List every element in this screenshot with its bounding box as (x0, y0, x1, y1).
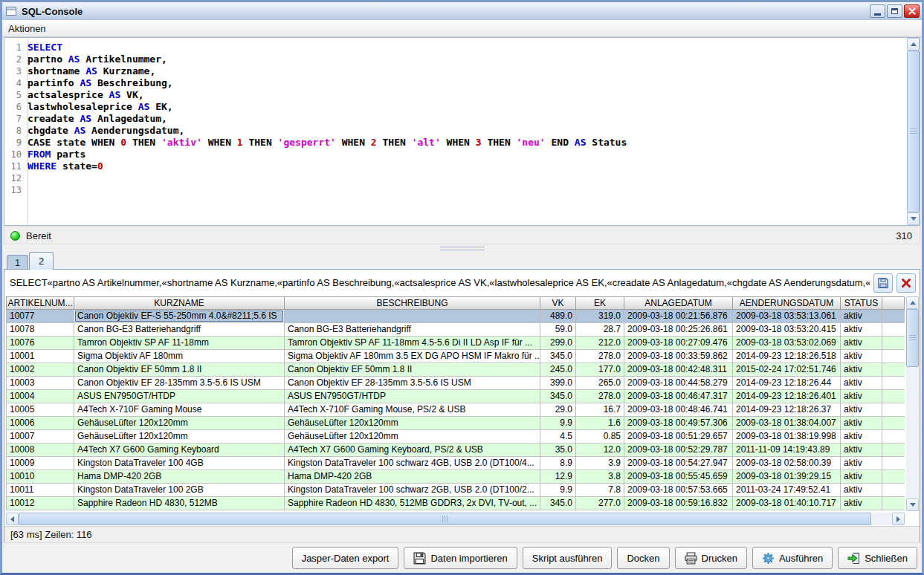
column-header[interactable]: EK (576, 296, 624, 310)
table-cell[interactable]: 2009-03-18 01:38:04.007 (733, 417, 841, 429)
table-vertical-scrollbar[interactable] (906, 296, 919, 511)
table-cell[interactable]: aktiv (841, 390, 882, 403)
scrollbar-thumb[interactable] (906, 309, 919, 367)
table-cell[interactable]: aktiv (841, 310, 882, 322)
table-cell[interactable]: 345.0 (540, 497, 576, 510)
scroll-up-button[interactable] (907, 38, 920, 51)
column-header[interactable]: KURZNAME (74, 296, 285, 310)
table-cell[interactable]: aktiv (841, 497, 882, 510)
table-cell[interactable]: 277.0 (576, 497, 624, 510)
table-cell[interactable]: 278.0 (576, 350, 624, 363)
table-cell[interactable]: 10001 (6, 350, 74, 363)
tab-1[interactable]: 1 (7, 255, 28, 270)
table-cell[interactable]: aktiv (841, 470, 882, 483)
scroll-down-button[interactable] (906, 498, 919, 511)
scrollbar-thumb[interactable] (19, 513, 871, 525)
restore-button[interactable] (887, 4, 902, 18)
table-row[interactable]: 10078Canon BG-E3 BatteriehandgriffCanon … (6, 323, 905, 337)
table-cell[interactable]: 2014-09-23 12:18:26.518 (733, 350, 841, 363)
table-cell[interactable]: A4Tech X7 G600 Gaming Keyboard (74, 444, 285, 456)
sql-editor-code[interactable]: 1SELECT2partno AS Artikelnummer,3shortna… (4, 42, 906, 225)
save-result-button[interactable] (873, 273, 893, 293)
table-cell[interactable]: 2009-03-18 03:53:20.415 (733, 323, 841, 336)
table-cell[interactable]: 2009-03-18 00:52:29.787 (624, 444, 733, 456)
table-cell[interactable]: 2009-03-18 00:33:59.862 (624, 350, 733, 363)
table-row[interactable]: 10008A4Tech X7 G600 Gaming KeyboardA4Tec… (6, 444, 905, 457)
table-cell[interactable]: 2009-03-18 00:44:58.279 (624, 377, 733, 389)
table-cell[interactable]: 399.0 (540, 377, 576, 389)
table-cell[interactable]: A4Tech X7 G600 Gaming Keyboard, PS/2 & U… (285, 444, 540, 456)
table-cell[interactable]: 10008 (6, 444, 74, 456)
table-cell[interactable]: aktiv (841, 350, 882, 363)
table-cell[interactable]: 2009-03-18 03:53:13.061 (733, 310, 841, 322)
table-cell[interactable]: 2009-03-18 00:27:09.476 (624, 337, 733, 349)
table-cell[interactable]: 2009-03-18 00:48:46.741 (624, 403, 733, 416)
table-cell[interactable]: 265.0 (576, 377, 624, 389)
table-cell[interactable]: 10007 (6, 430, 74, 443)
table-cell[interactable]: Canon Objektiv EF-S 55-250mm 4.0&#8211;5… (74, 310, 285, 322)
execute-button[interactable]: Ausführen (752, 547, 833, 569)
table-cell[interactable]: 28.7 (576, 323, 624, 336)
table-cell[interactable]: 10009 (6, 457, 74, 470)
table-cell[interactable]: 10011 (6, 484, 74, 496)
table-cell[interactable]: 2014-09-23 12:18:26.44 (733, 377, 841, 389)
table-cell[interactable]: 177.0 (576, 363, 624, 376)
table-cell[interactable]: 12.9 (540, 470, 576, 483)
table-cell[interactable]: aktiv (841, 403, 882, 416)
table-cell[interactable]: A4Tech X-710F Gaming Mouse, PS/2 & USB (285, 403, 540, 416)
table-cell[interactable]: 2009-03-18 00:42:48.311 (624, 363, 733, 376)
table-cell[interactable]: 2009-03-18 01:38:19.998 (733, 430, 841, 443)
table-cell[interactable]: aktiv (841, 457, 882, 470)
table-cell[interactable]: 10005 (6, 403, 74, 416)
table-cell[interactable]: 10010 (6, 470, 74, 483)
table-cell[interactable]: 35.0 (540, 444, 576, 456)
table-cell[interactable]: Kingston DataTraveler 100 schwarz 4GB, U… (285, 457, 540, 470)
table-cell[interactable]: 2015-02-24 17:02:51.746 (733, 363, 841, 376)
minimize-button[interactable] (870, 4, 885, 18)
table-cell[interactable]: Sigma Objektiv AF 180mm (74, 350, 285, 363)
table-cell[interactable]: Canon BG-E3 Batteriehandgriff (285, 323, 540, 336)
table-cell[interactable]: aktiv (841, 430, 882, 443)
scrollbar-thumb[interactable] (907, 51, 920, 212)
table-cell[interactable]: GehäuseLüfter 120x120mm (285, 430, 540, 443)
menu-item-aktionen[interactable]: Aktionen (2, 23, 52, 34)
jasper-export-button[interactable]: Jasper-Daten export (292, 547, 399, 569)
table-cell[interactable]: Kingston DataTraveler 100 2GB (74, 484, 285, 496)
column-header[interactable]: STATUS (841, 296, 882, 310)
table-horizontal-scrollbar[interactable] (6, 513, 905, 525)
table-cell[interactable]: 2014-09-23 12:18:26.37 (733, 403, 841, 416)
table-cell[interactable]: 2009-03-18 00:46:47.317 (624, 390, 733, 403)
column-header[interactable]: ARTIKELNUM... (6, 296, 74, 310)
table-cell[interactable]: 2011-11-09 14:19:43.89 (733, 444, 841, 456)
table-cell[interactable]: aktiv (841, 484, 882, 496)
table-cell[interactable]: 4.5 (540, 430, 576, 443)
table-cell[interactable]: 10003 (6, 377, 74, 389)
table-row[interactable]: 10077Canon Objektiv EF-S 55-250mm 4.0&#8… (6, 310, 905, 323)
table-cell[interactable]: 2009-03-18 01:39:29.15 (733, 470, 841, 483)
tab-2[interactable]: 2 (29, 252, 54, 270)
table-cell[interactable]: GehäuseLüfter 120x120mm (285, 417, 540, 429)
table-cell[interactable]: 12.0 (576, 444, 624, 456)
scroll-up-button[interactable] (906, 296, 919, 309)
column-header[interactable]: VK (540, 296, 576, 310)
table-row[interactable]: 10005A4Tech X-710F Gaming MouseA4Tech X-… (6, 403, 905, 417)
table-cell[interactable]: 2009-03-18 00:51:29.657 (624, 430, 733, 443)
table-cell[interactable]: Kingston DataTraveler 100 schwarz 2GB, U… (285, 484, 540, 496)
table-cell[interactable]: 0.85 (576, 430, 624, 443)
table-cell[interactable]: Hama DMP-420 2GB (74, 470, 285, 483)
table-cell[interactable]: 2011-03-24 17:49:52.41 (733, 484, 841, 496)
table-cell[interactable]: 10006 (6, 417, 74, 429)
table-cell[interactable]: aktiv (841, 444, 882, 456)
table-cell[interactable]: Sapphire Radeon HD 4830, 512MB (74, 497, 285, 510)
table-cell[interactable]: 245.0 (540, 363, 576, 376)
table-cell[interactable]: 3.8 (576, 470, 624, 483)
table-cell[interactable]: Sigma Objektiv AF 180mm 3.5 EX DG APO HS… (285, 350, 540, 363)
run-script-button[interactable]: Skript ausführen (523, 547, 613, 569)
table-cell[interactable]: 10004 (6, 390, 74, 403)
table-cell[interactable]: 59.0 (540, 323, 576, 336)
table-cell[interactable]: Kingston DataTraveler 100 4GB (74, 457, 285, 470)
dock-button[interactable]: Docken (617, 547, 669, 569)
table-cell[interactable]: A4Tech X-710F Gaming Mouse (74, 403, 285, 416)
table-row[interactable]: 10002Canon Objektiv EF 50mm 1.8 IICanon … (6, 363, 905, 377)
table-cell[interactable]: 2009-03-18 01:40:10.717 (733, 497, 841, 510)
